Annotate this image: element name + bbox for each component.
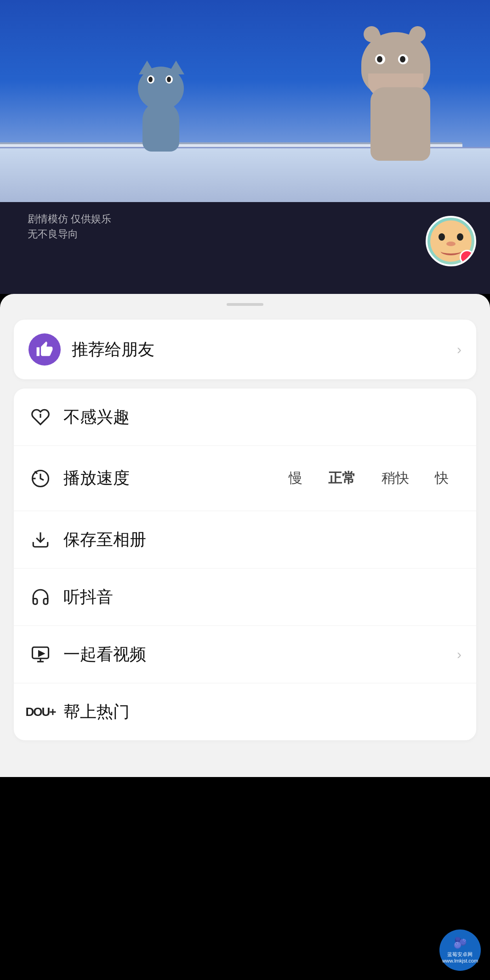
video-top-area xyxy=(0,0,490,202)
recommend-label: 推荐给朋友 xyxy=(72,338,154,361)
speed-normal-button[interactable]: 正常 xyxy=(315,462,369,494)
heart-broken-icon xyxy=(28,405,52,429)
not-interested-row[interactable]: 不感兴趣 xyxy=(14,389,476,446)
watch-together-chevron-icon: › xyxy=(457,647,462,662)
speed-icon xyxy=(28,467,52,490)
playback-speed-label: 播放速度 xyxy=(63,467,265,490)
listen-douyin-row[interactable]: 听抖音 xyxy=(14,569,476,626)
bottom-sheet: 推荐给朋友 › 不感兴趣 xyxy=(0,294,490,777)
speed-fast-button[interactable]: 快 xyxy=(422,462,462,494)
boost-hot-label: 帮上热门 xyxy=(63,701,462,723)
video-bottom-area: 剧情模仿 仅供娱乐 无不良导向 xyxy=(0,202,490,294)
douplus-icon: DOU+ xyxy=(28,700,52,724)
playback-speed-row[interactable]: 播放速度 慢 正常 稍快 快 xyxy=(14,446,476,511)
boost-hot-row[interactable]: DOU+ 帮上热门 xyxy=(14,683,476,740)
watch-together-label: 一起看视频 xyxy=(63,643,446,666)
disclaimer-text: 剧情模仿 仅供娱乐 无不良导向 xyxy=(28,211,111,242)
download-icon xyxy=(28,528,52,552)
recommend-left: 推荐给朋友 xyxy=(28,333,154,366)
svg-marker-8 xyxy=(39,651,44,656)
save-to-album-row[interactable]: 保存至相册 xyxy=(14,511,476,569)
watermark: 🫐 蓝莓安卓网 www.lmkjst.com xyxy=(439,929,481,971)
watch-together-row[interactable]: 一起看视频 › xyxy=(14,626,476,683)
spike-character xyxy=(361,32,453,161)
speed-buttons: 慢 正常 稍快 快 xyxy=(276,462,462,494)
avatar[interactable] xyxy=(426,216,476,266)
not-interested-label: 不感兴趣 xyxy=(63,406,462,428)
recommend-chevron-icon: › xyxy=(457,342,462,357)
options-card: 不感兴趣 播放速度 慢 正常 稍快 快 xyxy=(14,389,476,740)
recommend-card[interactable]: 推荐给朋友 › xyxy=(14,320,476,379)
save-to-album-label: 保存至相册 xyxy=(63,529,462,551)
thumbs-up-icon xyxy=(28,333,61,366)
watch-together-icon xyxy=(28,642,52,666)
cartoon-scene xyxy=(0,0,490,202)
watermark-site: 蓝莓安卓网 www.lmkjst.com xyxy=(442,951,478,964)
tom-character xyxy=(129,60,202,152)
sheet-handle[interactable] xyxy=(227,303,263,306)
speed-slow-button[interactable]: 慢 xyxy=(276,462,315,494)
listen-douyin-label: 听抖音 xyxy=(63,586,462,608)
avatar-badge xyxy=(460,250,474,265)
headphone-icon xyxy=(28,585,52,609)
speed-slightly-fast-button[interactable]: 稍快 xyxy=(369,462,422,494)
